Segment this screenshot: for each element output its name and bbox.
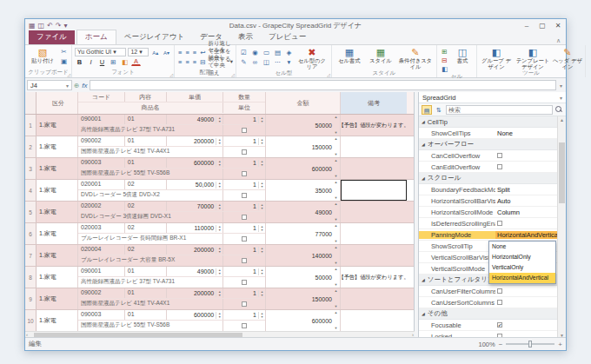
dropdown-option[interactable]: HorizontalOnly bbox=[489, 252, 555, 262]
borders-icon[interactable]: ⊞ bbox=[109, 57, 118, 66]
header-design-button[interactable]: ✎ ヘッダ デザイン bbox=[553, 47, 582, 69]
cell-naiyo[interactable]: 02 bbox=[125, 180, 167, 189]
cell-kubun[interactable]: 1.家電 bbox=[37, 223, 78, 244]
property-checkbox[interactable] bbox=[497, 153, 502, 158]
property-value[interactable]: ✔ bbox=[495, 322, 557, 328]
tab-file[interactable]: ファイル bbox=[29, 30, 75, 44]
group-design-button[interactable]: ◧ グループ デザイン bbox=[480, 47, 513, 69]
spinner-icon[interactable]: ▲▼ bbox=[258, 116, 265, 123]
bold-icon[interactable]: B bbox=[75, 57, 84, 66]
property-row[interactable]: ShowCellTipsNone bbox=[419, 128, 557, 139]
column-header-tani[interactable]: 単位 bbox=[223, 103, 265, 113]
column-header-code[interactable]: コード bbox=[78, 92, 125, 102]
shrink-font-icon[interactable]: A▾ bbox=[162, 48, 171, 56]
property-value[interactable]: Split bbox=[495, 186, 557, 194]
scroll-down-icon[interactable]: ▼ bbox=[335, 240, 338, 243]
property-checkbox[interactable] bbox=[497, 164, 502, 169]
scroll-down-icon[interactable]: ▼ bbox=[335, 131, 338, 135]
list-celltype-icon[interactable]: ▤ bbox=[273, 48, 282, 56]
dropdown-option[interactable]: None bbox=[489, 242, 555, 252]
cell-kingaku[interactable]: 140000▲▼ bbox=[266, 245, 341, 266]
mask-celltype-icon[interactable]: ◈ bbox=[284, 48, 294, 56]
cell-meisho[interactable]: 国際衛星液晶テレビ 41型 TV-A4X1 bbox=[78, 147, 223, 157]
spinner-icon[interactable]: ▲▼ bbox=[216, 247, 222, 254]
spin-down-icon[interactable]: ▼ bbox=[261, 185, 263, 189]
name-box[interactable]: J4 ▾ bbox=[27, 80, 72, 90]
spinner-icon[interactable]: ▲▼ bbox=[258, 160, 265, 167]
property-category[interactable]: ◢スクロール bbox=[419, 173, 557, 184]
scroll-down-icon[interactable]: ▼ bbox=[335, 196, 338, 200]
scroll-up-icon[interactable]: ▲ bbox=[335, 289, 338, 293]
tab-home[interactable]: ホーム bbox=[76, 30, 116, 44]
cell-tanka[interactable]: 110000▲▼ bbox=[167, 223, 224, 233]
cell-code[interactable]: 090003 bbox=[78, 310, 125, 320]
align-dialog-launcher[interactable]: ◿ bbox=[231, 72, 235, 77]
spinner-icon[interactable]: ▲▼ bbox=[216, 290, 222, 297]
underline-icon[interactable]: U bbox=[97, 57, 107, 66]
cell-naiyo[interactable]: 01 bbox=[125, 288, 167, 298]
cell-kubun[interactable]: 1.家電 bbox=[37, 136, 78, 157]
cell-suryo[interactable]: 1▲▼ bbox=[223, 202, 265, 211]
property-value[interactable] bbox=[495, 221, 557, 226]
row-number[interactable]: 10 bbox=[25, 310, 37, 331]
font-family-select[interactable]: Yu Gothic UI▾ bbox=[75, 48, 126, 56]
spin-down-icon[interactable]: ▼ bbox=[261, 228, 263, 232]
scroll-up-icon[interactable]: ▲ bbox=[558, 117, 566, 122]
cell-biko[interactable] bbox=[341, 136, 407, 157]
cell-code[interactable]: 020001 bbox=[78, 180, 125, 189]
cell-kingaku[interactable]: 150000▲▼ bbox=[266, 136, 341, 157]
cell-biko[interactable]: 【予告】値段が変わります。 bbox=[341, 115, 407, 136]
property-row[interactable]: CanUserSortColumns bbox=[419, 297, 557, 308]
cell-suryo[interactable]: 1▲▼ bbox=[223, 136, 265, 146]
cell-tani[interactable] bbox=[223, 299, 265, 309]
cell-tani[interactable] bbox=[223, 125, 265, 136]
undo-icon[interactable]: ↶ bbox=[47, 22, 53, 30]
cell-kubun[interactable]: 1.家電 bbox=[37, 202, 78, 222]
row-number[interactable]: 7 bbox=[25, 245, 37, 266]
spinner-icon[interactable]: ▲▼ bbox=[216, 268, 222, 275]
align-left-icon[interactable]: ≡ bbox=[177, 57, 183, 66]
cell-naiyo[interactable]: 01 bbox=[125, 115, 167, 124]
cell-suryo[interactable]: 1▲▼ bbox=[223, 267, 265, 276]
cell-tani[interactable] bbox=[223, 147, 265, 157]
format-button[interactable]: ◫ 書式 bbox=[451, 47, 474, 73]
save-icon[interactable]: ◫ bbox=[38, 22, 45, 30]
spinner-icon[interactable]: ▲▼ bbox=[216, 203, 222, 210]
cell-kubun[interactable]: 1.家電 bbox=[37, 310, 78, 331]
spin-down-icon[interactable]: ▼ bbox=[261, 163, 263, 167]
column-header-suryo[interactable]: 数量 bbox=[223, 92, 265, 102]
copy-icon[interactable]: ▣ bbox=[59, 56, 69, 65]
property-row[interactable]: PanningModeHorizontalAndVertical▾ bbox=[419, 229, 557, 241]
cell-suryo[interactable]: 1▲▼ bbox=[223, 223, 265, 233]
cell-code[interactable]: 090001 bbox=[78, 267, 125, 276]
spin-down-icon[interactable]: ▼ bbox=[218, 228, 221, 232]
column-header-naiyo[interactable]: 内容 bbox=[125, 92, 167, 102]
panel-object-select[interactable]: SpreadGrid ▾ bbox=[419, 92, 566, 103]
template-design-button[interactable]: ◧ テンプレート デザイン bbox=[515, 47, 551, 69]
cell-meisho[interactable]: 高性能録画液晶テレビ 37型 TV-A731 bbox=[78, 125, 223, 136]
sort-az-icon[interactable]: ⇅ bbox=[434, 105, 444, 115]
row-number[interactable]: 8 bbox=[25, 267, 37, 288]
row-number[interactable]: 6 bbox=[25, 223, 37, 244]
font-color-icon[interactable]: A bbox=[131, 56, 141, 66]
scroll-down-icon[interactable]: ▼ bbox=[335, 283, 338, 287]
cell-suryo[interactable]: 1▲▼ bbox=[223, 310, 265, 320]
qat-customize-icon[interactable]: ▾ bbox=[64, 22, 68, 30]
scroll-up-icon[interactable]: ▲ bbox=[335, 159, 338, 162]
celltype-dropdown-icon[interactable]: ▾ bbox=[284, 57, 294, 66]
cell-tanka[interactable]: 49000▲▼ bbox=[167, 115, 224, 124]
cell-tani[interactable] bbox=[223, 169, 265, 179]
more-celltype-icon[interactable]: ⋯ bbox=[273, 57, 282, 66]
cell-meisho[interactable]: DVDレコーダー 5倍速 DVD-X2 bbox=[78, 190, 223, 201]
ribbon-collapse-icon[interactable]: ∧ bbox=[556, 37, 561, 44]
unit-checkbox[interactable] bbox=[242, 171, 247, 176]
cell-suryo[interactable]: 1▲▼ bbox=[223, 288, 265, 298]
insert-cells-icon[interactable]: ⊞ bbox=[440, 47, 449, 56]
tab-view[interactable]: 表示 bbox=[230, 30, 261, 44]
property-row[interactable]: CanUserFilterColumns bbox=[419, 286, 557, 297]
cell-meisho[interactable]: 国際衛星液晶テレビ 55型 TV-S56B bbox=[78, 169, 223, 179]
property-value[interactable] bbox=[495, 300, 557, 305]
wrap-text-icon[interactable]: ↩ bbox=[199, 48, 206, 56]
zoom-slider[interactable] bbox=[506, 343, 554, 345]
hyperlink-celltype-icon[interactable]: ∞ bbox=[250, 57, 260, 66]
